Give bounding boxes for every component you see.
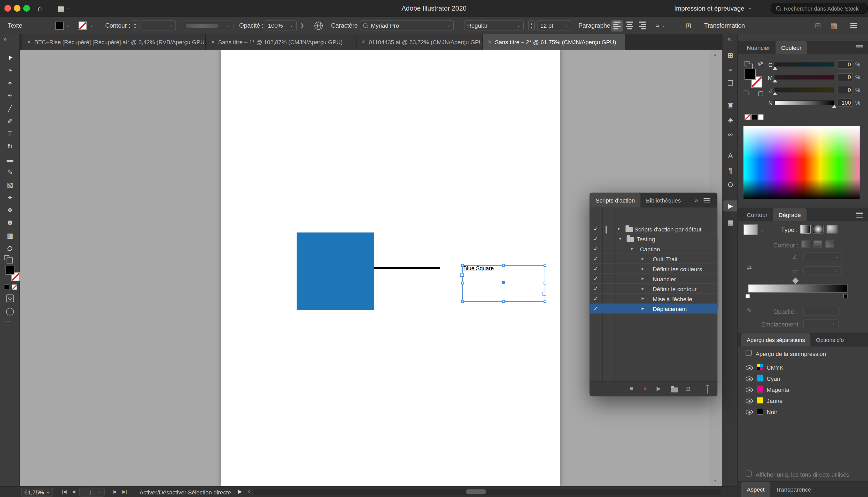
- action-set-row[interactable]: ✓ ▾ Testing: [590, 234, 717, 244]
- linear-gradient-button[interactable]: [800, 225, 811, 233]
- character-styles-panel-icon[interactable]: A: [723, 150, 738, 161]
- expand-icon[interactable]: ▸: [642, 306, 644, 311]
- previous-artboard-button[interactable]: ◀: [72, 489, 75, 494]
- selection-center-point[interactable]: [502, 281, 505, 284]
- opentype-panel-icon[interactable]: O: [723, 179, 738, 190]
- blend-tool[interactable]: ❖: [4, 205, 16, 216]
- pencil-tool[interactable]: ✎: [4, 167, 16, 178]
- begin-recording-icon[interactable]: ●: [643, 386, 646, 391]
- yellow-value[interactable]: 0: [838, 86, 853, 94]
- visibility-eye-icon[interactable]: [745, 410, 753, 415]
- font-style-combo[interactable]: Regular⌄: [464, 20, 524, 30]
- document-tab[interactable]: × 01104435.ai @ 83,72% (CMJN/Aperçu GPU): [356, 34, 483, 50]
- stepper-up-icon[interactable]: ▴: [531, 22, 532, 25]
- symbols-panel-icon[interactable]: ⊞: [723, 50, 738, 61]
- selection-handle-bottom-left[interactable]: [461, 300, 464, 303]
- chevron-down-icon[interactable]: ⌄: [90, 23, 93, 28]
- tab-libraries[interactable]: Bibliothèques: [640, 193, 686, 208]
- expand-icon[interactable]: ▸: [642, 266, 644, 271]
- tab-separations[interactable]: Aperçu des séparations: [741, 333, 810, 346]
- selection-tool[interactable]: ➤: [4, 52, 16, 63]
- action-step-row[interactable]: ✓ ▸ Outil Trait: [590, 254, 717, 264]
- font-size-combo[interactable]: 12 pt⌄: [537, 20, 571, 30]
- tab-stroke[interactable]: Contour: [741, 208, 773, 222]
- align-left-button[interactable]: [611, 20, 623, 31]
- text-object[interactable]: Blue Square: [464, 265, 494, 271]
- panel-menu-icon[interactable]: [704, 198, 710, 203]
- magenta-value[interactable]: 0: [838, 73, 853, 81]
- pen-tool[interactable]: ✒: [4, 90, 16, 101]
- rotate-tool[interactable]: ↻: [4, 141, 16, 152]
- tab-color[interactable]: Couleur: [775, 41, 807, 54]
- magic-wand-tool[interactable]: ✶: [4, 77, 16, 89]
- panel-menu-icon[interactable]: [856, 45, 863, 51]
- envelope-warp-icon[interactable]: ≈: [655, 22, 659, 30]
- action-step-row[interactable]: ✓ ▸ Nuancier: [590, 274, 717, 284]
- scroll-left-icon[interactable]: ‹: [248, 488, 250, 494]
- stroke-profile-combo[interactable]: ⌄: [183, 20, 233, 30]
- horizontal-scrollbar[interactable]: [253, 489, 721, 495]
- dialog-toggle-icon[interactable]: [606, 226, 607, 233]
- toggle-item-check[interactable]: ✓: [593, 226, 598, 232]
- color-button[interactable]: [4, 284, 9, 290]
- expand-icon[interactable]: ▸: [618, 226, 620, 231]
- action-step-row-selected[interactable]: ✓ ▸ Déplacement: [590, 304, 717, 314]
- symbol-sprayer-tool[interactable]: ✽: [4, 217, 16, 229]
- angle-combo[interactable]: ⌄: [803, 252, 842, 261]
- cyan-value[interactable]: 0: [838, 60, 853, 69]
- close-icon[interactable]: ×: [361, 38, 365, 46]
- paintbrush-tool[interactable]: ✐: [4, 116, 16, 127]
- color-spectrum[interactable]: [743, 126, 860, 199]
- visibility-eye-icon[interactable]: [745, 365, 753, 370]
- collapse-panel-icon[interactable]: »: [695, 197, 698, 204]
- paragraph-label[interactable]: Paragraphe :: [579, 22, 614, 29]
- artboards-panel-icon[interactable]: ▣: [723, 100, 738, 111]
- gradient-opacity-combo[interactable]: ⌄: [803, 307, 839, 315]
- gradient-stop-start[interactable]: [745, 294, 750, 298]
- fill-proxy-swatch[interactable]: [744, 69, 756, 80]
- magenta-slider[interactable]: [774, 75, 834, 80]
- control-bar-menu-icon[interactable]: [850, 23, 857, 28]
- graphic-styles-panel-icon[interactable]: ▤: [723, 217, 738, 228]
- channel-row[interactable]: CMYK: [738, 362, 868, 373]
- actions-panel-icon[interactable]: ▶: [723, 200, 738, 212]
- toggle-item-check[interactable]: ✓: [593, 296, 598, 302]
- links-panel-icon[interactable]: ∞: [723, 129, 738, 140]
- selection-handle-middle-right[interactable]: [543, 282, 546, 285]
- fill-proxy-swatch[interactable]: [5, 266, 14, 274]
- home-icon[interactable]: ⌂: [38, 3, 43, 13]
- document-profile-icon[interactable]: [314, 22, 323, 30]
- aspect-ratio-combo[interactable]: ⌄: [803, 266, 842, 275]
- close-icon[interactable]: ×: [211, 38, 215, 46]
- stock-search-input[interactable]: Rechercher dans Adobe Stock: [771, 3, 868, 14]
- cyan-slider[interactable]: [774, 62, 834, 67]
- minimize-window-button[interactable]: [14, 5, 21, 12]
- visibility-eye-icon[interactable]: [745, 399, 753, 403]
- black-swatch[interactable]: [751, 114, 757, 120]
- toggle-item-check[interactable]: ✓: [593, 256, 598, 262]
- zoom-tool[interactable]: Ϙ: [4, 243, 16, 254]
- artboard-number-combo[interactable]: 1 ⌄: [79, 488, 105, 496]
- tab-aspect[interactable]: Aspect: [741, 482, 770, 497]
- grid-view-icon[interactable]: ⊞: [815, 22, 821, 30]
- stepper-down-icon[interactable]: ▾: [531, 26, 532, 29]
- stop-playing-icon[interactable]: ■: [630, 386, 634, 391]
- workspace-switcher[interactable]: Impression et épreuvage ⌄: [674, 0, 752, 16]
- tab-swatches[interactable]: Nuancier: [741, 41, 775, 54]
- stroke-width-stepper[interactable]: ▴ ▾: [132, 20, 139, 30]
- panel-launch-arrow-icon[interactable]: ❯: [300, 23, 304, 28]
- stroke-label[interactable]: Contour :: [105, 22, 130, 29]
- toggle-item-check[interactable]: ✓: [593, 266, 598, 272]
- align-center-button[interactable]: [624, 20, 636, 31]
- stepper-up-icon[interactable]: ▴: [134, 22, 136, 25]
- visibility-eye-icon[interactable]: [745, 387, 753, 393]
- channel-row[interactable]: Noir: [738, 406, 868, 417]
- rectangle-tool[interactable]: ▬: [4, 154, 16, 165]
- expand-icon[interactable]: ▸: [642, 286, 644, 291]
- channel-row[interactable]: Cyan: [738, 373, 868, 384]
- selection-handle-bottom-right[interactable]: [543, 300, 546, 303]
- play-selection-icon[interactable]: ▶: [656, 386, 661, 391]
- panel-menu-icon[interactable]: [856, 213, 863, 217]
- font-size-stepper[interactable]: ▴ ▾: [528, 20, 535, 30]
- layers-panel-icon[interactable]: ◈: [723, 115, 738, 126]
